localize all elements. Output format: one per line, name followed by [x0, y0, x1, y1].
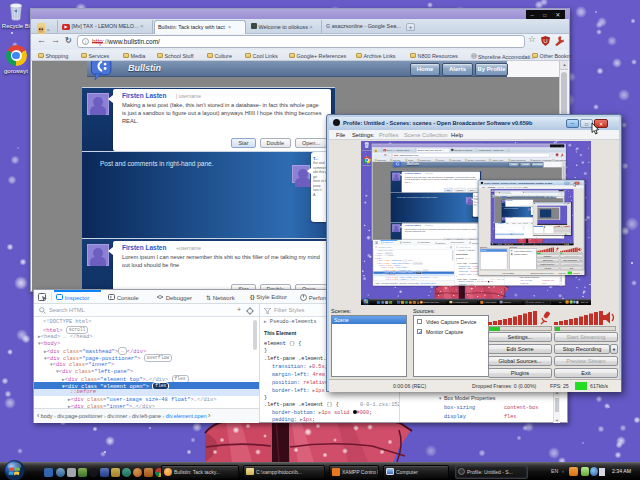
svg-text:U: U — [543, 38, 547, 44]
